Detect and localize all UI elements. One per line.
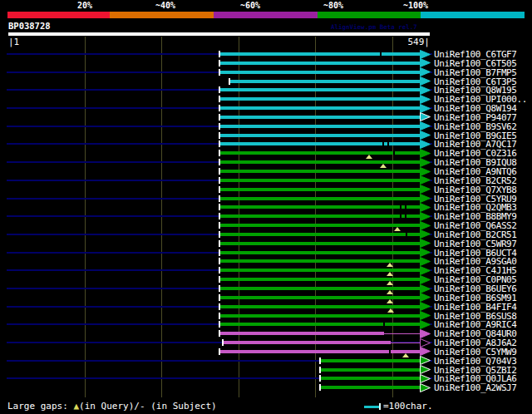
hit-arrow-icon	[420, 167, 431, 176]
hit-arrow-icon	[420, 293, 431, 302]
hit-bar[interactable]	[219, 224, 421, 227]
hit-arrow-icon	[420, 86, 431, 95]
subject-gap-tick	[389, 350, 391, 353]
hit-bar[interactable]	[219, 125, 420, 128]
hit-bar[interactable]	[219, 160, 421, 164]
identity-scale-label: ~80%	[323, 1, 343, 10]
hit-arrow-icon	[420, 158, 431, 167]
hit-start-tick	[219, 186, 220, 193]
scale-legend-label: =100char.	[383, 401, 433, 412]
hit-arrow-icon	[420, 212, 431, 221]
hit-bar[interactable]	[219, 323, 421, 326]
hit-arrow-icon	[420, 266, 431, 275]
identity-scale-label: ~40%	[155, 1, 175, 10]
hit-bar-thin-gap	[384, 333, 420, 334]
hit-bar[interactable]	[219, 106, 421, 110]
identity-scale-segment	[214, 12, 318, 18]
hit-bar[interactable]	[229, 80, 421, 83]
hit-bar[interactable]	[219, 205, 421, 209]
hit-arrow-icon	[420, 365, 431, 374]
hit-bar[interactable]	[219, 251, 421, 254]
hit-start-tick	[219, 195, 220, 202]
hit-start-tick	[219, 51, 220, 57]
hit-start-tick	[219, 140, 220, 147]
hit-arrow-icon	[420, 185, 431, 194]
hit-bar[interactable]	[219, 197, 421, 200]
hit-bar[interactable]	[219, 214, 421, 218]
hit-arrow-icon	[420, 311, 431, 320]
hit-arrow-icon	[420, 175, 431, 185]
hit-arrow-icon	[420, 356, 431, 365]
hit-bar[interactable]	[219, 71, 421, 74]
hit-start-tick	[219, 330, 220, 337]
hit-bar[interactable]	[219, 151, 421, 155]
query-gap-triangle-icon	[402, 353, 409, 357]
scale-legend-line-icon	[364, 406, 379, 408]
hit-arrow-icon	[420, 338, 431, 347]
hit-bar[interactable]	[219, 170, 421, 173]
hit-bar[interactable]	[320, 377, 420, 380]
identity-scale-segment	[7, 12, 110, 18]
hit-label[interactable]: UniRef100_A2WSJ7	[434, 383, 517, 392]
hit-arrow-icon	[420, 140, 431, 149]
hit-start-tick	[219, 123, 220, 130]
hit-bar[interactable]	[219, 179, 421, 182]
hit-bar[interactable]	[223, 341, 391, 344]
hit-start-tick	[319, 367, 321, 373]
hit-start-tick	[219, 168, 220, 175]
hit-bar[interactable]	[320, 368, 420, 372]
hit-arrow-icon	[420, 347, 431, 356]
scale-legend-tick-icon	[379, 403, 381, 410]
hit-bar[interactable]	[219, 97, 421, 101]
query-title: BP038728	[8, 22, 51, 31]
hit-arrow-icon	[420, 95, 431, 104]
hit-start-tick	[219, 114, 220, 121]
hit-start-tick	[219, 105, 220, 111]
hit-arrow-icon	[420, 329, 431, 338]
query-gap-triangle-icon	[366, 155, 372, 159]
hit-arrow-icon	[420, 58, 431, 67]
hit-arrow-icon	[420, 221, 431, 230]
hit-start-tick	[219, 213, 220, 219]
hit-bar[interactable]	[219, 62, 421, 65]
hit-bar[interactable]	[320, 359, 420, 362]
hit-bar[interactable]	[219, 332, 385, 335]
hit-start-tick	[319, 375, 321, 382]
identity-scale-label: ~60%	[240, 1, 260, 10]
hit-start-tick	[219, 86, 220, 93]
subject-gap-tick	[382, 142, 384, 145]
query-gap-triangle-icon	[387, 263, 393, 267]
identity-scale-segment	[421, 12, 525, 18]
hit-start-tick	[219, 96, 220, 102]
hit-bar[interactable]	[219, 52, 421, 56]
hit-bar[interactable]	[219, 314, 421, 318]
hit-arrow-icon	[420, 257, 431, 266]
identity-scale-segment	[318, 12, 421, 18]
query-ruler-bar	[8, 32, 430, 36]
hit-bar[interactable]	[219, 116, 421, 119]
hit-bar[interactable]	[219, 242, 421, 245]
query-gap-triangle-icon	[380, 164, 387, 168]
query-gap-triangle-icon	[387, 308, 394, 313]
hit-start-tick	[219, 294, 220, 301]
hit-arrow-icon	[420, 67, 431, 76]
hit-bar[interactable]	[219, 88, 421, 91]
hit-arrow-icon	[420, 302, 431, 311]
query-gap-triangle-icon	[387, 290, 393, 294]
hit-start-tick	[219, 303, 220, 310]
hit-start-tick	[219, 276, 220, 283]
identity-scale-segment	[110, 12, 214, 18]
ruler-end-label: 549|	[388, 37, 430, 47]
hit-start-tick	[319, 357, 321, 364]
hit-bar[interactable]	[320, 386, 420, 389]
query-gap-triangle-icon	[387, 281, 393, 285]
subject-gap-tick	[380, 52, 382, 56]
hit-bar[interactable]	[219, 142, 421, 145]
hit-bar[interactable]	[219, 134, 421, 137]
query-gap-triangle-icon	[387, 272, 393, 276]
hit-bar[interactable]	[219, 188, 421, 191]
subject-gap-tick	[406, 233, 407, 236]
hit-arrow-icon	[420, 76, 431, 86]
hit-start-tick	[219, 258, 220, 264]
hit-bar[interactable]	[219, 233, 421, 236]
